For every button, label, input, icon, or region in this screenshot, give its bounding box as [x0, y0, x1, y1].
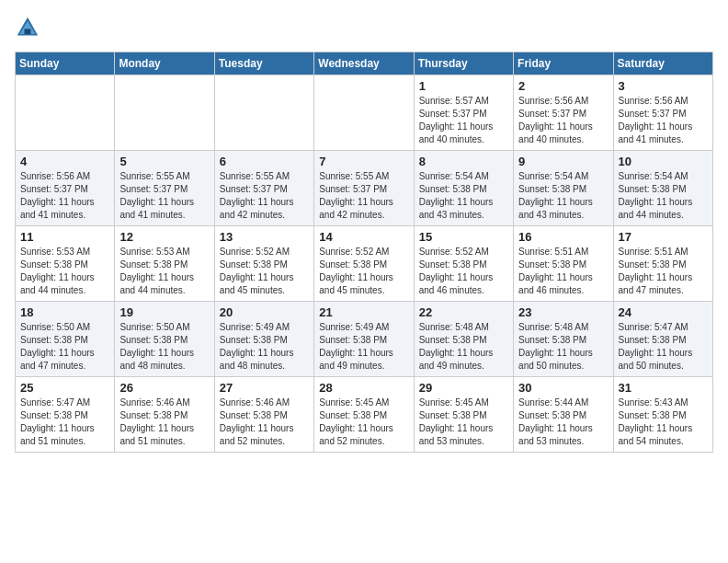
day-info: Sunrise: 5:50 AM Sunset: 5:38 PM Dayligh… [20, 321, 109, 373]
day-number: 23 [518, 305, 608, 319]
calendar-cell: 3Sunrise: 5:56 AM Sunset: 5:37 PM Daylig… [613, 75, 712, 151]
calendar-cell [214, 75, 313, 151]
calendar-cell: 17Sunrise: 5:51 AM Sunset: 5:38 PM Dayli… [613, 226, 712, 302]
calendar-cell: 13Sunrise: 5:52 AM Sunset: 5:38 PM Dayli… [214, 226, 313, 302]
day-number: 11 [20, 230, 109, 244]
calendar-cell: 2Sunrise: 5:56 AM Sunset: 5:37 PM Daylig… [514, 75, 613, 151]
calendar-cell: 4Sunrise: 5:56 AM Sunset: 5:37 PM Daylig… [16, 151, 115, 226]
day-number: 2 [518, 79, 608, 93]
day-number: 31 [619, 381, 708, 395]
calendar-cell: 31Sunrise: 5:43 AM Sunset: 5:38 PM Dayli… [613, 377, 712, 453]
weekday-sunday: Sunday [16, 52, 115, 75]
day-number: 9 [518, 155, 608, 168]
calendar-week-3: 18Sunrise: 5:50 AM Sunset: 5:38 PM Dayli… [16, 302, 713, 377]
day-info: Sunrise: 5:50 AM Sunset: 5:38 PM Dayligh… [119, 321, 209, 373]
day-number: 3 [619, 79, 708, 93]
day-number: 29 [419, 381, 508, 395]
calendar-cell: 14Sunrise: 5:52 AM Sunset: 5:38 PM Dayli… [314, 226, 414, 302]
calendar-cell: 26Sunrise: 5:46 AM Sunset: 5:38 PM Dayli… [115, 377, 214, 453]
day-number: 30 [518, 381, 608, 395]
day-info: Sunrise: 5:46 AM Sunset: 5:38 PM Dayligh… [119, 396, 209, 448]
day-number: 15 [419, 230, 508, 244]
day-info: Sunrise: 5:56 AM Sunset: 5:37 PM Dayligh… [20, 170, 109, 222]
calendar-cell: 27Sunrise: 5:46 AM Sunset: 5:38 PM Dayli… [214, 377, 313, 453]
calendar-cell: 5Sunrise: 5:55 AM Sunset: 5:37 PM Daylig… [115, 151, 214, 226]
calendar-body: 1Sunrise: 5:57 AM Sunset: 5:37 PM Daylig… [16, 75, 713, 453]
day-number: 7 [319, 155, 408, 168]
day-number: 6 [220, 155, 309, 168]
weekday-friday: Friday [514, 52, 613, 75]
day-info: Sunrise: 5:56 AM Sunset: 5:37 PM Dayligh… [518, 95, 608, 146]
day-number: 10 [619, 155, 708, 168]
weekday-thursday: Thursday [414, 52, 513, 75]
day-info: Sunrise: 5:48 AM Sunset: 5:38 PM Dayligh… [518, 321, 608, 373]
day-info: Sunrise: 5:48 AM Sunset: 5:38 PM Dayligh… [419, 321, 508, 373]
calendar-cell: 12Sunrise: 5:53 AM Sunset: 5:38 PM Dayli… [115, 226, 214, 302]
calendar-week-0: 1Sunrise: 5:57 AM Sunset: 5:37 PM Daylig… [16, 75, 713, 151]
day-info: Sunrise: 5:56 AM Sunset: 5:37 PM Dayligh… [619, 95, 708, 146]
day-info: Sunrise: 5:57 AM Sunset: 5:37 PM Dayligh… [419, 95, 508, 146]
weekday-header-row: SundayMondayTuesdayWednesdayThursdayFrid… [16, 52, 713, 75]
svg-rect-2 [25, 29, 31, 34]
day-info: Sunrise: 5:49 AM Sunset: 5:38 PM Dayligh… [220, 321, 309, 373]
day-number: 18 [20, 305, 109, 319]
day-number: 17 [619, 230, 708, 244]
day-number: 8 [419, 155, 508, 168]
calendar-cell: 22Sunrise: 5:48 AM Sunset: 5:38 PM Dayli… [414, 302, 513, 377]
day-number: 21 [319, 305, 408, 319]
weekday-monday: Monday [115, 52, 214, 75]
day-info: Sunrise: 5:52 AM Sunset: 5:38 PM Dayligh… [419, 246, 508, 297]
calendar-cell: 15Sunrise: 5:52 AM Sunset: 5:38 PM Dayli… [414, 226, 513, 302]
calendar-cell: 9Sunrise: 5:54 AM Sunset: 5:38 PM Daylig… [514, 151, 613, 226]
day-number: 20 [220, 305, 309, 319]
day-number: 28 [319, 381, 408, 395]
calendar-cell: 23Sunrise: 5:48 AM Sunset: 5:38 PM Dayli… [514, 302, 613, 377]
calendar-week-4: 25Sunrise: 5:47 AM Sunset: 5:38 PM Dayli… [16, 377, 713, 453]
day-number: 4 [20, 155, 109, 168]
calendar-cell: 16Sunrise: 5:51 AM Sunset: 5:38 PM Dayli… [514, 226, 613, 302]
day-info: Sunrise: 5:54 AM Sunset: 5:38 PM Dayligh… [419, 170, 508, 222]
logo-icon [15, 15, 40, 40]
weekday-tuesday: Tuesday [214, 52, 313, 75]
day-number: 22 [419, 305, 508, 319]
day-info: Sunrise: 5:45 AM Sunset: 5:38 PM Dayligh… [419, 396, 508, 448]
calendar-cell [314, 75, 414, 151]
day-info: Sunrise: 5:51 AM Sunset: 5:38 PM Dayligh… [619, 246, 708, 297]
day-number: 12 [119, 230, 209, 244]
day-number: 27 [220, 381, 309, 395]
day-info: Sunrise: 5:55 AM Sunset: 5:37 PM Dayligh… [319, 170, 408, 222]
day-number: 16 [518, 230, 608, 244]
page-header [15, 15, 713, 40]
calendar-cell: 28Sunrise: 5:45 AM Sunset: 5:38 PM Dayli… [314, 377, 414, 453]
calendar-week-1: 4Sunrise: 5:56 AM Sunset: 5:37 PM Daylig… [16, 151, 713, 226]
day-info: Sunrise: 5:47 AM Sunset: 5:38 PM Dayligh… [619, 321, 708, 373]
calendar-cell: 8Sunrise: 5:54 AM Sunset: 5:38 PM Daylig… [414, 151, 513, 226]
day-number: 14 [319, 230, 408, 244]
weekday-wednesday: Wednesday [314, 52, 414, 75]
day-info: Sunrise: 5:53 AM Sunset: 5:38 PM Dayligh… [20, 246, 109, 297]
day-info: Sunrise: 5:54 AM Sunset: 5:38 PM Dayligh… [518, 170, 608, 222]
day-number: 24 [619, 305, 708, 319]
day-info: Sunrise: 5:55 AM Sunset: 5:37 PM Dayligh… [119, 170, 209, 222]
calendar-header: SundayMondayTuesdayWednesdayThursdayFrid… [16, 52, 713, 75]
day-info: Sunrise: 5:53 AM Sunset: 5:38 PM Dayligh… [119, 246, 209, 297]
day-info: Sunrise: 5:44 AM Sunset: 5:38 PM Dayligh… [518, 396, 608, 448]
calendar-cell [115, 75, 214, 151]
day-info: Sunrise: 5:49 AM Sunset: 5:38 PM Dayligh… [319, 321, 408, 373]
calendar-cell: 1Sunrise: 5:57 AM Sunset: 5:37 PM Daylig… [414, 75, 513, 151]
calendar-cell: 20Sunrise: 5:49 AM Sunset: 5:38 PM Dayli… [214, 302, 313, 377]
calendar-week-2: 11Sunrise: 5:53 AM Sunset: 5:38 PM Dayli… [16, 226, 713, 302]
calendar: SundayMondayTuesdayWednesdayThursdayFrid… [15, 52, 713, 453]
day-info: Sunrise: 5:52 AM Sunset: 5:38 PM Dayligh… [220, 246, 309, 297]
calendar-cell: 10Sunrise: 5:54 AM Sunset: 5:38 PM Dayli… [613, 151, 712, 226]
day-info: Sunrise: 5:47 AM Sunset: 5:38 PM Dayligh… [20, 396, 109, 448]
day-number: 19 [119, 305, 209, 319]
day-number: 25 [20, 381, 109, 395]
calendar-cell: 21Sunrise: 5:49 AM Sunset: 5:38 PM Dayli… [314, 302, 414, 377]
day-number: 5 [119, 155, 209, 168]
calendar-cell: 11Sunrise: 5:53 AM Sunset: 5:38 PM Dayli… [16, 226, 115, 302]
day-info: Sunrise: 5:43 AM Sunset: 5:38 PM Dayligh… [619, 396, 708, 448]
day-info: Sunrise: 5:46 AM Sunset: 5:38 PM Dayligh… [220, 396, 309, 448]
calendar-cell: 18Sunrise: 5:50 AM Sunset: 5:38 PM Dayli… [16, 302, 115, 377]
calendar-cell: 30Sunrise: 5:44 AM Sunset: 5:38 PM Dayli… [514, 377, 613, 453]
